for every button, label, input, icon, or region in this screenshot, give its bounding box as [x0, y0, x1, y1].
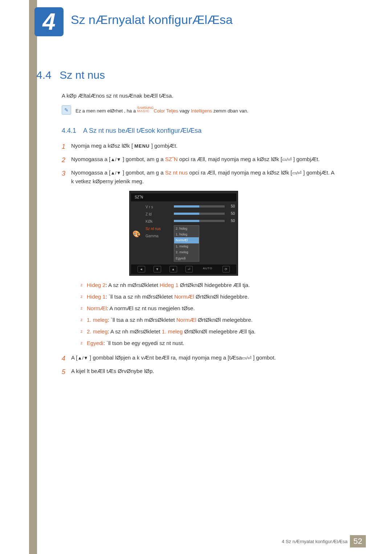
step-1: 1 Nyomja meg a kØsz lØk [ MENU ] gombjÆt… — [62, 141, 338, 152]
dropdown-option: 1. hideg — [174, 231, 199, 237]
t: : A normÆl sz nt nus megjelen tØse. — [107, 305, 195, 311]
section-heading: 4.4 Sz nt nus — [36, 69, 105, 81]
t: ØrtØknØl melegebbre Æll tja. — [183, 328, 256, 335]
slider-value: 50 — [227, 211, 235, 217]
bullet-text: Hideg 2: A sz nh mØrsØkletet Hideg 1 Ørt… — [87, 281, 250, 290]
osd-item-selected: Sz nt nus — [146, 225, 171, 233]
osd-title: SZ˝N — [131, 193, 236, 201]
t: : `ll tsa a sz nh mØrsØkletet — [106, 294, 174, 300]
slider-value: 50 — [227, 218, 235, 224]
bullet-text: 1. meleg: `ll tsa a sz nh mØrsØkletet No… — [87, 316, 253, 324]
ref: NormÆl — [174, 294, 194, 300]
step-body: Nyomogassa a [▲/▼ ] gombot, am g a SZ˝N … — [71, 155, 338, 165]
step-target: SZ˝N — [165, 156, 178, 162]
menu-button-label: MENU — [134, 143, 150, 149]
bullet-text: NormÆl: A normÆl sz nt nus megjelen tØse… — [87, 304, 195, 313]
t: : `ll tson be egy egyedi sz nt nust. — [103, 340, 184, 346]
dropdown-option-highlighted: NormÆl — [174, 237, 199, 243]
slider-fill — [174, 205, 199, 208]
slider-fill — [174, 220, 199, 222]
slider-track — [174, 220, 225, 222]
option-bullets: zHideg 2: A sz nh mØrsØkletet Hideg 1 Ør… — [81, 281, 338, 348]
osd-values: 50 50 50 2. hideg 1. hideg NormÆl 1. mel… — [174, 204, 235, 262]
footer-text: 4 Sz nÆrnyalat konfigurÆlÆsa — [282, 539, 347, 544]
note-opt2: Intelligens — [191, 108, 212, 114]
slider-track — [174, 205, 225, 208]
nav-down-icon: ▼ — [154, 266, 161, 272]
bullet-icon: z — [81, 304, 82, 313]
bullet-item: zNormÆl: A normÆl sz nt nus megjelen tØs… — [81, 304, 338, 313]
section-title: Sz nt nus — [60, 69, 105, 81]
osd-panel: SZ˝N 🎨 V r s Z ld KØk Sz nt nus Gamma — [129, 191, 238, 276]
t: opci ra Æll, majd nyomja meg a kØsz lØk … — [188, 169, 292, 176]
osd-item: V r s — [146, 204, 171, 211]
osd-dropdown: 2. hideg 1. hideg NormÆl 1. meleg 2. mel… — [174, 225, 199, 262]
step-target: Sz nt nus — [165, 169, 188, 176]
subsection-title: A Sz nt nus beÆll tÆsok konfigurÆlÆsa — [83, 127, 201, 134]
osd-screenshot: SZ˝N 🎨 V r s Z ld KØk Sz nt nus Gamma — [129, 191, 238, 276]
up-down-icon: ▲/▼ — [110, 157, 121, 162]
slider-track — [174, 213, 225, 215]
left-accent-bar — [29, 0, 37, 554]
osd-footer: ◄ ▼ ▲ ⏎ AUTO ⟳ — [131, 264, 236, 274]
step-number: 3 — [62, 168, 71, 351]
osd-slider-row: 50 — [174, 211, 235, 217]
osd-slider-row: 50 — [174, 218, 235, 224]
t: ] gombot, am g a — [121, 156, 165, 162]
t: tÆsa — [229, 354, 242, 361]
step-number: 2 — [62, 155, 71, 165]
osd-slider-row: 50 — [174, 204, 235, 209]
page-footer: 4 Sz nÆrnyalat konfigurÆlÆsa 52 — [282, 535, 366, 547]
note-text: Ez a men nem elØrhet , ha a SAMSUNGMAGIC… — [75, 107, 248, 114]
t: : A sz nh mØrsØkletet — [106, 282, 160, 288]
enter-icon: ▭/⏎ — [292, 170, 302, 176]
chapter-title: Sz nÆrnyalat konfigurÆlÆsa — [71, 13, 233, 27]
note-block: ✎ Ez a men nem elØrhet , ha a SAMSUNGMAG… — [62, 105, 248, 115]
t: : A sz nh mØrsØkletet — [108, 328, 162, 335]
dropdown-option: Egyedi — [174, 255, 199, 261]
step-3: 3 Nyomogassa a [▲/▼ ] gombot, am g a Sz … — [62, 168, 338, 351]
enter-icon: ▭/⏎ — [242, 355, 252, 361]
t: A [ — [71, 354, 78, 361]
steps-list: 1 Nyomja meg a kØsz lØk [ MENU ] gombjÆt… — [62, 141, 338, 380]
enter-icon: ▭/⏎ — [282, 157, 292, 162]
bullet-icon: z — [81, 316, 82, 324]
step-body: A kijel lt beÆll tÆs ØrvØnybe lØp. — [71, 367, 338, 377]
bullet-icon: z — [81, 292, 82, 301]
term: Hideg 2 — [87, 282, 106, 288]
ref: NormÆl — [176, 317, 196, 323]
bullet-text: 2. meleg: A sz nh mØrsØkletet 1. meleg Ø… — [87, 327, 256, 336]
step-4: 4 A [▲/▼ ] gombbal lØpjen a k vÆnt beÆll… — [62, 353, 338, 364]
t: ] gombot. — [252, 354, 276, 361]
up-down-icon: ▲/▼ — [110, 170, 121, 176]
t: opci ra Æll, majd nyomja meg a kØsz lØk … — [178, 156, 282, 162]
osd-item: KØk — [146, 218, 171, 225]
bullet-icon: z — [81, 327, 82, 336]
t: Nyomogassa a [ — [71, 156, 110, 162]
t: Nyomja meg a kØsz lØk — [71, 143, 131, 149]
t: ØrtØknØl hidegebbre Æll tja. — [179, 282, 250, 288]
note-icon: ✎ — [62, 105, 71, 115]
up-down-icon: ▲/▼ — [78, 355, 88, 361]
osd-item: Z ld — [146, 211, 171, 218]
section-intro: A kØp ÆltalÆnos sz nt nusÆnak beÆll tÆsa… — [62, 93, 173, 99]
step-body: Nyomogassa a [▲/▼ ] gombot, am g a Sz nt… — [71, 168, 338, 351]
nav-left-icon: ◄ — [138, 266, 145, 272]
dropdown-option: 2. hideg — [174, 226, 199, 231]
bullet-icon: z — [81, 281, 82, 290]
step-body: A [▲/▼ ] gombbal lØpjen a k vÆnt beÆll r… — [71, 353, 338, 364]
nav-up-icon: ▲ — [170, 266, 177, 272]
dropdown-option: 2. meleg — [174, 249, 199, 255]
step-5: 5 A kijel lt beÆll tÆs ØrvØnybe lØp. — [62, 367, 338, 377]
chapter-number-badge: 4 — [34, 7, 64, 36]
term: NormÆl — [87, 305, 107, 311]
step-body: Nyomja meg a kØsz lØk [ MENU ] gombjÆt. — [71, 141, 338, 152]
t: ] gombjÆt. — [292, 156, 320, 162]
note-pre: Ez a men nem elØrhet , ha a — [75, 108, 137, 114]
t: ØrtØknØl melegebbre. — [196, 317, 253, 323]
bullet-item: zHideg 2: A sz nh mØrsØkletet Hideg 1 Ør… — [81, 281, 338, 290]
subsection-heading: 4.4.1 A Sz nt nus beÆll tÆsok konfigurÆl… — [62, 127, 201, 135]
term: Hideg 1 — [87, 294, 106, 300]
magic-label: MAGIC — [137, 110, 154, 113]
note-opt1: Teljes — [166, 108, 178, 114]
